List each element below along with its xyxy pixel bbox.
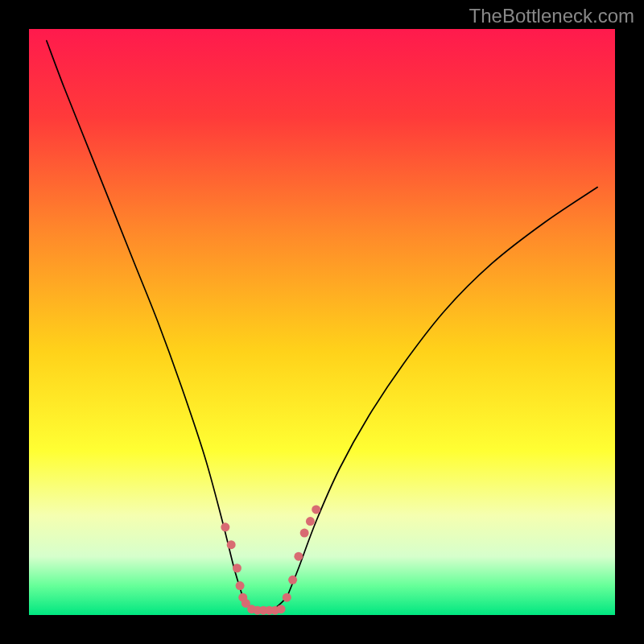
- plot-area: [29, 29, 615, 615]
- watermark-text: TheBottleneck.com: [469, 5, 634, 27]
- marker-left_dots: [233, 564, 242, 572]
- marker-right_dots: [283, 593, 291, 602]
- marker-left_dots: [236, 581, 245, 590]
- marker-right_dots: [288, 576, 297, 584]
- marker-left_dots: [227, 540, 236, 549]
- marker-left_dots: [221, 522, 229, 531]
- bottleneck-chart: [0, 0, 644, 644]
- marker-right_dots: [306, 517, 315, 526]
- gradient-background: [29, 29, 615, 615]
- marker-right_dots: [294, 552, 303, 561]
- marker-right_dots: [312, 505, 320, 514]
- marker-right_dots: [300, 529, 309, 538]
- marker-bottom_dots: [277, 605, 286, 613]
- chart-container: TheBottleneck.com: [0, 0, 644, 644]
